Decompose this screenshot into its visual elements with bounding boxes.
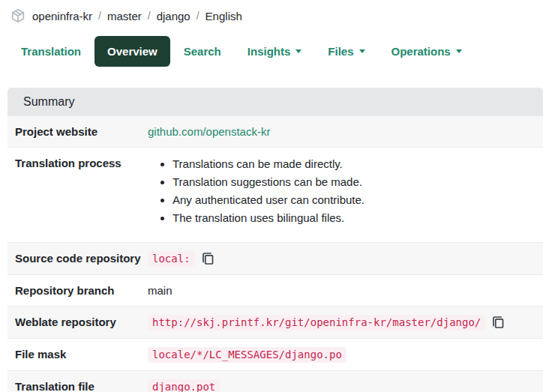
summary-row-weblate-repository: Weblate repository http://skj.printf.kr/… bbox=[8, 306, 543, 338]
chevron-down-icon bbox=[456, 49, 462, 53]
tab-overview[interactable]: Overview bbox=[94, 36, 170, 67]
main-nav: Translation Overview Search Insights Fil… bbox=[8, 36, 543, 67]
summary-row-file-mask: File mask locale/*/LC_MESSAGES/django.po bbox=[8, 338, 543, 370]
tab-files-dropdown[interactable]: Files bbox=[315, 36, 377, 67]
tab-insights-label: Insights bbox=[248, 45, 291, 58]
copy-icon bbox=[200, 251, 214, 265]
summary-panel: Summary Project website github.com/opens… bbox=[8, 88, 543, 392]
translation-process-list: Translations can be made directly. Trans… bbox=[148, 155, 543, 227]
row-label: Translation process bbox=[8, 155, 148, 171]
list-item: The translation uses bilingual files. bbox=[172, 209, 543, 227]
chevron-down-icon bbox=[359, 49, 365, 53]
project-website-link[interactable]: github.com/openstack-kr bbox=[148, 125, 270, 138]
breadcrumb-component[interactable]: django bbox=[157, 10, 190, 22]
tab-insights-dropdown[interactable]: Insights bbox=[235, 36, 315, 67]
summary-row-project-website: Project website github.com/openstack-kr bbox=[8, 115, 543, 147]
list-item: Any authenticated user can contribute. bbox=[172, 191, 543, 209]
breadcrumb-separator: / bbox=[148, 10, 151, 22]
summary-row-repository-branch: Repository branch main bbox=[8, 274, 543, 306]
tab-search[interactable]: Search bbox=[171, 36, 234, 67]
row-label: File mask bbox=[8, 346, 148, 362]
breadcrumb-separator: / bbox=[98, 10, 101, 22]
list-item: Translations can be made directly. bbox=[172, 155, 543, 173]
repository-branch-value: main bbox=[148, 284, 172, 297]
summary-row-source-code-repository: Source code repository local: bbox=[8, 242, 543, 274]
breadcrumb-language[interactable]: English bbox=[206, 10, 242, 22]
tab-operations-dropdown[interactable]: Operations bbox=[379, 36, 475, 67]
row-label: Repository branch bbox=[8, 283, 148, 298]
summary-row-translation-file: Translation file django.pot bbox=[8, 370, 543, 392]
copy-weblate-repository-button[interactable] bbox=[490, 315, 505, 329]
tab-files-label: Files bbox=[328, 45, 353, 58]
tab-operations-label: Operations bbox=[392, 45, 451, 58]
row-label: Source code repository bbox=[8, 250, 148, 266]
list-item: Translation suggestions can be made. bbox=[172, 173, 543, 191]
file-mask-value: locale/*/LC_MESSAGES/django.po bbox=[148, 347, 346, 363]
row-label: Weblate repository bbox=[8, 314, 148, 330]
translation-file-value: django.pot bbox=[148, 379, 220, 392]
copy-source-repository-button[interactable] bbox=[200, 251, 214, 265]
breadcrumb: openinfra-kr / master / django / English bbox=[0, 0, 543, 23]
summary-row-translation-process: Translation process Translations can be … bbox=[8, 147, 543, 242]
breadcrumb-project[interactable]: openinfra-kr bbox=[32, 10, 92, 22]
row-label: Project website bbox=[8, 124, 148, 139]
source-repository-value: local: bbox=[148, 251, 195, 267]
tab-translation[interactable]: Translation bbox=[8, 36, 94, 67]
breadcrumb-branch[interactable]: master bbox=[107, 10, 142, 22]
breadcrumb-separator: / bbox=[196, 10, 200, 22]
summary-panel-title: Summary bbox=[8, 88, 543, 115]
row-label: Translation file bbox=[8, 379, 148, 392]
copy-icon bbox=[490, 315, 505, 329]
weblate-repository-value: http://skj.printf.kr/git/openinfra-kr/ma… bbox=[148, 315, 485, 331]
chevron-down-icon bbox=[296, 49, 302, 53]
package-icon bbox=[10, 8, 26, 23]
